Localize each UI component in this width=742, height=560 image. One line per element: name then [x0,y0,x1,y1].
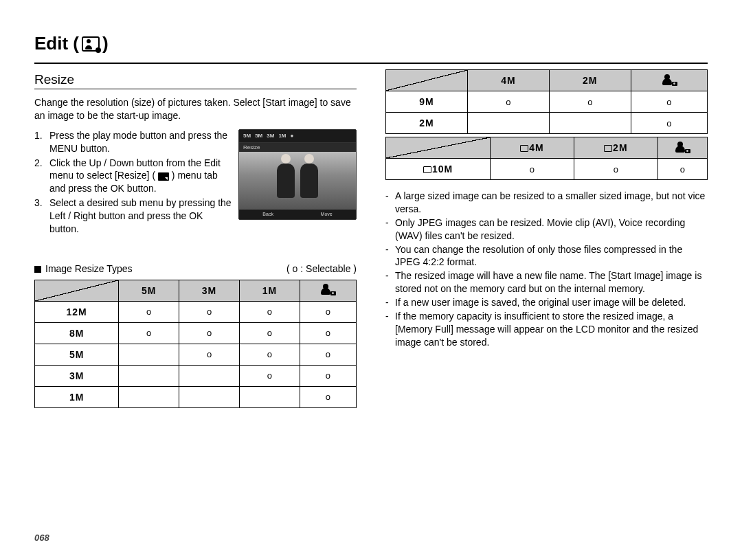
row-header: 5M [35,344,119,365]
legend-left-text: Image Resize Types [45,263,133,274]
table-row: 10Mooo [386,159,708,180]
note-item: -If the memory capacity is insufficient … [385,310,708,349]
page-title: Edit ( ) [34,33,708,54]
col-header-start [631,70,707,91]
table-cell: o [467,91,549,113]
table2-body: 9Mooo2Mo [386,91,708,134]
note-text: You can change the resolution of only th… [395,243,708,269]
col-header: 4M [467,70,549,91]
row-header: 1M [35,386,119,407]
table-cell [119,386,179,407]
camera-screenshot: 5M 5M 3M 1M ● Resize Back Move [238,129,357,220]
table-cell: o [300,344,356,365]
table-corner [386,70,468,91]
move-hint: Move [321,212,333,216]
note-item: -Only JPEG images can be resized. Movie … [385,216,708,243]
table-cell: o [574,159,657,180]
manual-page: Edit ( ) Resize Change the resolution (s… [0,0,742,560]
table-cell: o [631,91,707,113]
back-hint: Back [262,212,273,216]
table1-body: 12Moooo8Moooo5Mooo3Moo1Mo [35,301,357,407]
table-cell: o [300,301,356,322]
step-number: 3. [34,197,45,236]
resize-table-2: 4M 2M 9Mooo2Mo [385,69,708,134]
table-cell: o [549,91,631,113]
step-text: Click the Up / Down button from the Edit… [49,157,233,196]
step-text: Press the play mode button and press the… [49,129,233,155]
note-item: -The resized image will have a new file … [385,269,708,295]
note-dash: - [385,296,391,309]
note-item: -You can change the resolution of only t… [385,243,708,269]
note-item: -A large sized image can be resized to a… [385,190,708,216]
row-header: 9M [386,91,468,113]
title-close: ) [102,33,109,54]
col-header: 4M [491,137,574,159]
step-text: Select a desired sub menu by pressing th… [49,197,233,236]
table-cell [179,365,240,386]
title-text: Edit ( [34,33,79,54]
col-header: 5M [119,280,179,301]
screenshot-label: Resize [243,144,260,150]
note-item: -If a new user image is saved, the origi… [385,296,708,309]
step-item: 2. Click the Up / Down button from the E… [34,157,233,196]
table-cell [119,344,179,365]
table-cell: o [300,365,356,386]
table3-body: 10Mooo [386,159,708,180]
table-row: 5Mooo [35,344,357,365]
mp-value: 2M [604,142,627,153]
title-rule [34,63,708,64]
screenshot-bottombar: Back Move [239,210,356,219]
table-legend: Image Resize Types ( o : Selectable ) [34,263,357,274]
resize-table-1: 5M 3M 1M 12Moooo8Moooo5Mooo3Moo1Mo [34,280,357,408]
col-header-start [657,137,707,159]
table-row: 12Moooo [35,301,357,322]
row-header: 3M [35,365,119,386]
resize-icon [158,172,169,181]
table-cell: o [179,322,240,344]
note-text: If a new user image is saved, the origin… [395,296,686,309]
res-chip: 5M [243,133,251,139]
table-cell: o [179,344,240,365]
note-dash: - [385,190,391,216]
step-item: 1. Press the play mode button and press … [34,129,233,155]
table-cell: o [239,322,300,344]
start-image-icon [321,284,335,295]
row-header: 8M [35,322,119,344]
step-number: 1. [34,129,45,155]
res-chip: 3M [267,133,274,139]
screenshot-photo [239,152,356,210]
intro-text: Change the resolution (size) of pictures… [34,96,357,122]
start-image-icon [675,142,689,153]
step-number: 2. [34,157,45,196]
start-chip: ● [291,133,294,139]
table-cell [119,365,179,386]
mp-value: 5M [142,285,156,296]
note-dash: - [385,269,391,295]
note-text: Only JPEG images can be resized. Movie c… [395,216,708,243]
table-cell [179,386,240,407]
note-dash: - [385,216,391,243]
table-corner [386,137,491,159]
table-cell: o [300,322,356,344]
table-cell: o [119,301,179,322]
row-header: 2M [386,113,468,134]
table-cell: o [657,159,707,180]
col-header: 2M [549,70,631,91]
page-number: 068 [34,533,49,543]
step-item: 3. Select a desired sub menu by pressing… [34,197,233,236]
note-dash: - [385,310,391,349]
edit-icon [82,36,100,52]
table-cell [549,113,631,134]
col-header: 3M [179,280,240,301]
table-cell: o [631,113,707,134]
note-text: A large sized image can be resized to a … [395,190,708,216]
start-image-icon [662,74,676,85]
section-heading: Resize [34,72,357,87]
right-column: 4M 2M 9Mooo2Mo 4M 2M 10Moo [385,69,708,408]
mp-value: 2M [583,75,597,86]
note-text: The resized image will have a new file n… [395,269,708,295]
mp-value: 1M [262,285,277,296]
notes-list: -A large sized image can be resized to a… [385,190,708,349]
table-row: 3Moo [35,365,357,386]
left-column: Resize Change the resolution (size) of p… [34,69,357,408]
